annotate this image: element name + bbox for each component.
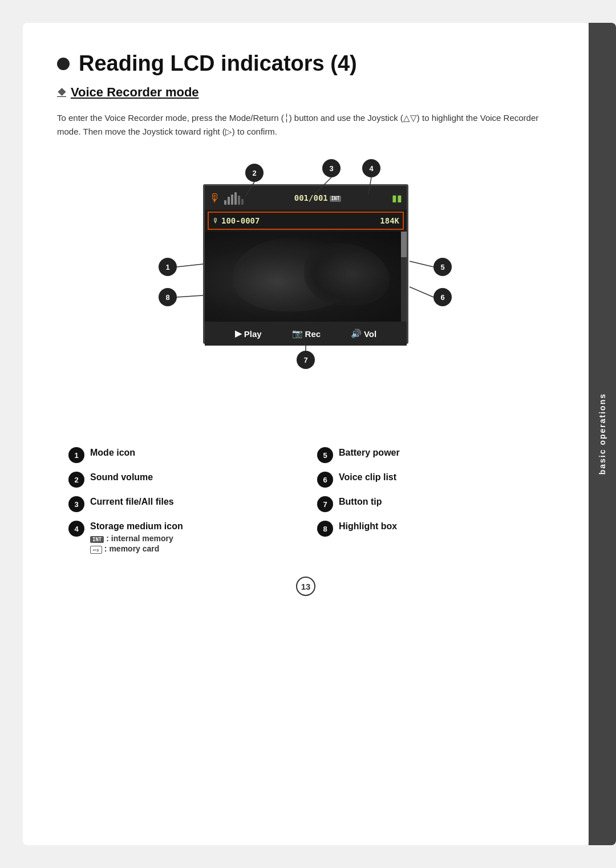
legend-label-8: Highlight box xyxy=(339,520,397,533)
svg-point-3 xyxy=(245,164,264,182)
svg-line-2 xyxy=(177,264,203,267)
diagram-wrapper: 1 2 3 4 5 xyxy=(146,156,465,372)
legend-num-3: 3 xyxy=(68,496,84,512)
page-container: Reading LCD indicators (4) ❖ Voice Recor… xyxy=(0,0,616,868)
legend-num-4: 4 xyxy=(68,521,84,537)
page-number: 13 xyxy=(296,577,315,596)
page-number-area: 13 xyxy=(57,577,554,596)
legend-label-5: Battery power xyxy=(339,447,400,459)
file-mic-icon: 🎙 xyxy=(212,217,219,225)
play-label: Play xyxy=(244,329,262,339)
section-title: Voice Recorder mode xyxy=(71,85,199,100)
title-bullet xyxy=(57,58,70,70)
file-counter: 001/001INT xyxy=(247,193,388,202)
rec-button: 📷 Rec xyxy=(292,328,321,339)
lcd-screen: 🎙 001/001INT ▮▮ xyxy=(203,184,408,344)
svg-point-15 xyxy=(433,288,452,306)
diagram-area: 1 2 3 4 5 xyxy=(57,156,554,418)
mic-icon: 🎙 xyxy=(209,192,221,205)
rec-label: Rec xyxy=(305,329,321,339)
svg-line-17 xyxy=(410,287,433,297)
legend-num-5: 5 xyxy=(317,447,333,463)
svg-line-23 xyxy=(177,295,203,297)
lcd-image-area xyxy=(205,232,407,322)
legend-sub-4a: INT: internal memory xyxy=(90,534,183,543)
legend-num-7: 7 xyxy=(317,496,333,512)
vol-label: Vol xyxy=(364,329,376,339)
svg-point-18 xyxy=(297,351,315,369)
svg-text:2: 2 xyxy=(252,169,256,177)
svg-line-14 xyxy=(410,261,433,267)
svg-point-0 xyxy=(159,258,177,276)
legend-label-6: Voice clip list xyxy=(339,471,396,484)
svg-point-6 xyxy=(322,159,341,177)
vol-button: 🔊 Vol xyxy=(351,328,376,339)
diamond-icon: ❖ xyxy=(57,86,66,99)
side-tab: basic operations xyxy=(589,23,616,845)
legend-left-col: 1 Mode icon 2 Sound volume 3 Current fil… xyxy=(57,441,306,559)
legend-num-2: 2 xyxy=(68,472,84,488)
svg-text:6: 6 xyxy=(440,293,444,302)
file-size: 184K xyxy=(380,216,399,225)
vol-icon: 🔊 xyxy=(351,328,362,339)
sound-bars xyxy=(224,191,244,205)
svg-text:3: 3 xyxy=(329,164,333,173)
scrollbar xyxy=(401,232,407,322)
lcd-file-row: 🎙 100-0007 184K xyxy=(208,212,404,230)
svg-text:4: 4 xyxy=(369,164,374,173)
svg-point-12 xyxy=(433,258,452,276)
legend-num-1: 1 xyxy=(68,447,84,463)
legend-num-8: 8 xyxy=(317,521,333,537)
svg-point-9 xyxy=(362,159,380,177)
main-content: Reading LCD indicators (4) ❖ Voice Recor… xyxy=(23,23,589,845)
play-icon: ▶ xyxy=(235,328,242,339)
legend-num-6: 6 xyxy=(317,472,333,488)
body-text: To enter the Voice Recorder mode, press … xyxy=(57,111,554,139)
legend-item-5: 5 Battery power xyxy=(317,447,543,463)
lcd-top-bar: 🎙 001/001INT ▮▮ xyxy=(205,186,407,210)
battery-icon: ▮▮ xyxy=(392,193,402,204)
legend-label-1: Mode icon xyxy=(90,447,135,459)
file-name: 100-0007 xyxy=(221,216,380,225)
lcd-image-bg xyxy=(205,232,407,322)
legend-item-1: 1 Mode icon xyxy=(68,447,294,463)
scrollbar-thumb xyxy=(401,232,407,257)
legend-item-7: 7 Button tip xyxy=(317,496,543,512)
svg-text:8: 8 xyxy=(165,293,169,302)
legend-item-2: 2 Sound volume xyxy=(68,471,294,488)
page-title-row: Reading LCD indicators (4) xyxy=(57,51,554,76)
legend-grid: 1 Mode icon 2 Sound volume 3 Current fil… xyxy=(57,441,554,559)
int-memory-icon: INT xyxy=(90,536,104,543)
legend-label-7: Button tip xyxy=(339,496,382,508)
legend-right-col: 5 Battery power 6 Voice clip list 7 Butt… xyxy=(306,441,554,559)
svg-text:5: 5 xyxy=(440,263,444,271)
legend-sub-4b: ▭₃: memory card xyxy=(90,544,183,554)
legend-item-6: 6 Voice clip list xyxy=(317,471,543,488)
legend-item-4: 4 Storage medium icon INT: internal memo… xyxy=(68,520,294,554)
svg-point-21 xyxy=(159,288,177,306)
side-tab-label: basic operations xyxy=(598,393,607,474)
svg-text:1: 1 xyxy=(165,263,169,271)
play-button: ▶ Play xyxy=(235,328,262,339)
svg-text:7: 7 xyxy=(303,356,307,364)
page-title: Reading LCD indicators (4) xyxy=(79,51,357,76)
section-heading: ❖ Voice Recorder mode xyxy=(57,85,554,100)
legend-item-8: 8 Highlight box xyxy=(317,520,543,537)
legend-item-3: 3 Current file/All files xyxy=(68,496,294,512)
rec-icon: 📷 xyxy=(292,328,303,339)
card-icon: ▭₃ xyxy=(90,546,102,554)
legend-label-2: Sound volume xyxy=(90,471,153,484)
lcd-bottom-bar: ▶ Play 📷 Rec 🔊 Vol xyxy=(205,322,407,346)
legend-label-4: Storage medium icon xyxy=(90,520,183,533)
legend-label-3: Current file/All files xyxy=(90,496,174,508)
